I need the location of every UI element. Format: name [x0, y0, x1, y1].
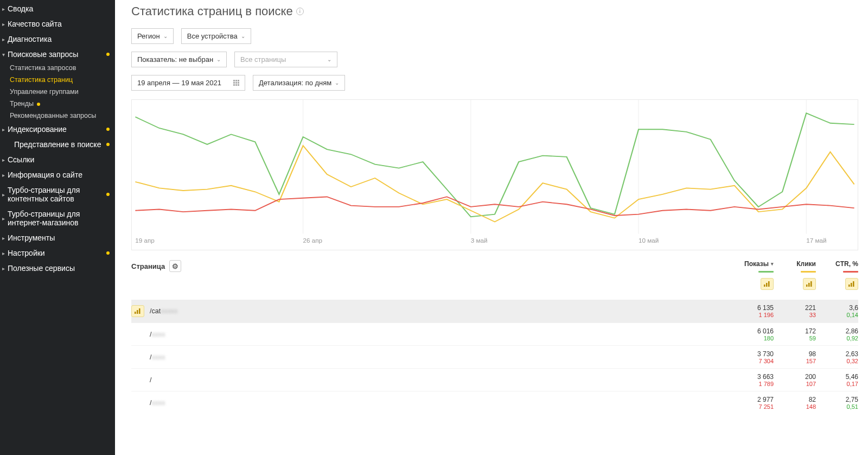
mini-chart-icon[interactable]: [803, 278, 816, 290]
column-header-page: Страница ⚙: [131, 260, 181, 272]
pages-select[interactable]: Все страницы ⌄: [234, 52, 337, 67]
sidebar-item-3[interactable]: ▾Поисковые запросы: [0, 47, 115, 62]
table-row[interactable]: /xxxx2 9777 251821482,750,51: [131, 391, 858, 414]
sidebar-item-0[interactable]: ▸Сводка: [0, 1, 115, 16]
sidebar-subitem-3-0[interactable]: Статистика запросов: [10, 62, 115, 74]
sidebar-item-7[interactable]: ▸Информация о сайте: [0, 167, 115, 182]
metric-cell: 98157: [774, 350, 816, 364]
sidebar-item-label: Диагностика: [8, 35, 110, 43]
column-underline: [843, 271, 858, 273]
svg-rect-18: [853, 281, 854, 287]
notification-dot-icon: [37, 103, 40, 106]
caret-right-icon: ▸: [1, 216, 5, 222]
sidebar-item-10[interactable]: ▸Инструменты: [0, 230, 115, 245]
sidebar-subitem-3-1[interactable]: Статистика страниц: [10, 74, 115, 86]
notification-dot-icon: [106, 251, 110, 255]
sidebar-item-12[interactable]: ▸Полезные сервисы: [0, 261, 115, 276]
sidebar-item-label: Инструменты: [8, 233, 110, 242]
sidebar-item-1[interactable]: ▸Качество сайта: [0, 16, 115, 31]
row-url: /xxxx: [150, 331, 731, 338]
caret-right-icon: ▸: [1, 235, 5, 241]
caret-right-icon: ▸: [1, 36, 5, 42]
sidebar-subitem-3-4[interactable]: Рекомендованные запросы: [10, 110, 115, 122]
region-filter[interactable]: Регион ⌄: [131, 28, 174, 44]
date-range-label: 19 апреля — 19 мая 2021: [137, 79, 221, 87]
sidebar-item-5[interactable]: Представление в поиске: [0, 137, 115, 152]
caret-right-icon: ▸: [1, 266, 5, 271]
metric-cell: 2,630,32: [816, 350, 858, 364]
table-row[interactable]: /3 6631 7892001075,460,17: [131, 368, 858, 391]
column-header-0[interactable]: Показы▾: [731, 260, 774, 290]
svg-rect-11: [766, 283, 768, 287]
caret-right-icon: ▸: [1, 21, 5, 27]
chevron-down-icon: ⌄: [327, 56, 331, 62]
svg-rect-21: [139, 308, 141, 314]
svg-rect-19: [135, 312, 136, 314]
column-underline: [758, 271, 774, 273]
metric-cell: 2,750,51: [816, 396, 858, 410]
notification-dot-icon: [106, 128, 110, 131]
page-title-text: Статистика страниц в поиске: [131, 4, 293, 18]
chart: 19 апр26 апр3 май10 май17 май: [131, 99, 858, 250]
calendar-icon: [233, 80, 239, 86]
svg-text:17 май: 17 май: [806, 238, 826, 244]
metric-cell: 3,60,14: [816, 304, 858, 318]
table-row[interactable]: /catxxxxx6 1351 196221333,60,14: [131, 300, 858, 323]
table-row[interactable]: /xxxx6 016180172592,860,92: [131, 323, 858, 345]
sidebar-item-6[interactable]: ▸Ссылки: [0, 152, 115, 167]
mini-chart-icon[interactable]: [131, 305, 144, 317]
mini-chart-icon[interactable]: [845, 278, 858, 290]
sidebar-subitem-3-3[interactable]: Тренды: [10, 98, 115, 110]
caret-right-icon: ▸: [1, 157, 5, 163]
chevron-down-icon: ⌄: [335, 80, 339, 86]
notification-dot-icon: [106, 143, 110, 146]
row-url: /xxxx: [150, 353, 731, 361]
sidebar-item-4[interactable]: ▸Индексирование: [0, 122, 115, 137]
table-row[interactable]: /xxxx3 7307 304981572,630,32: [131, 345, 858, 368]
sidebar-item-label: Качество сайта: [8, 20, 110, 28]
detail-select-label: Детализация: по дням: [259, 79, 331, 87]
svg-rect-0: [132, 100, 858, 250]
mini-chart-icon[interactable]: [761, 278, 774, 290]
sidebar-item-label: Ссылки: [8, 155, 110, 164]
svg-text:26 апр: 26 апр: [303, 238, 322, 244]
svg-rect-20: [137, 310, 138, 314]
date-range-picker[interactable]: 19 апреля — 19 мая 2021: [131, 75, 245, 91]
column-underline: [801, 271, 816, 273]
metric-cell: 82148: [774, 396, 816, 410]
column-header-2[interactable]: CTR, %: [816, 260, 858, 290]
svg-rect-17: [851, 283, 852, 287]
column-header-1[interactable]: Клики: [774, 260, 816, 290]
detail-select[interactable]: Детализация: по дням ⌄: [253, 75, 345, 91]
caret-right-icon: ▸: [1, 172, 5, 178]
column-header-label: CTR, %: [835, 260, 858, 268]
sidebar-item-8[interactable]: ▸Турбо-страницы для контентных сайтов: [0, 182, 115, 206]
metric-cell: 22133: [774, 304, 816, 318]
sidebar-item-label: Сводка: [8, 4, 110, 13]
main-content: Статистика страниц в поиске i Регион ⌄ В…: [115, 0, 868, 455]
table-header: Страница ⚙ Показы▾КликиCTR, %: [131, 260, 858, 290]
sidebar-item-2[interactable]: ▸Диагностика: [0, 31, 115, 47]
caret-right-icon: ▸: [1, 6, 5, 12]
metric-cell: 200107: [774, 373, 816, 387]
chevron-down-icon: ⌄: [241, 33, 245, 39]
svg-rect-10: [764, 285, 765, 287]
sidebar-item-label: Информация о сайте: [8, 170, 110, 179]
pages-select-label: Все страницы: [240, 55, 286, 64]
column-header-label: Клики: [796, 260, 816, 268]
svg-rect-13: [806, 285, 808, 287]
svg-rect-14: [808, 283, 810, 287]
devices-filter[interactable]: Все устройства ⌄: [181, 28, 251, 44]
sidebar-item-11[interactable]: ▸Настройки: [0, 245, 115, 261]
sidebar-item-9[interactable]: ▸Турбо-страницы для интернет-магазинов: [0, 206, 115, 230]
notification-dot-icon: [106, 53, 110, 56]
row-url: /: [150, 376, 731, 384]
sidebar-subitem-3-2[interactable]: Управление группами: [10, 86, 115, 98]
metric-cell: 5,460,17: [816, 373, 858, 387]
svg-text:3 май: 3 май: [471, 238, 488, 244]
metric-select[interactable]: Показатель: не выбран ⌄: [131, 52, 227, 67]
metric-cell: 3 6631 789: [731, 373, 774, 387]
gear-icon[interactable]: ⚙: [169, 260, 181, 272]
info-icon[interactable]: i: [296, 8, 304, 15]
metric-cell: 6 016180: [731, 327, 774, 342]
